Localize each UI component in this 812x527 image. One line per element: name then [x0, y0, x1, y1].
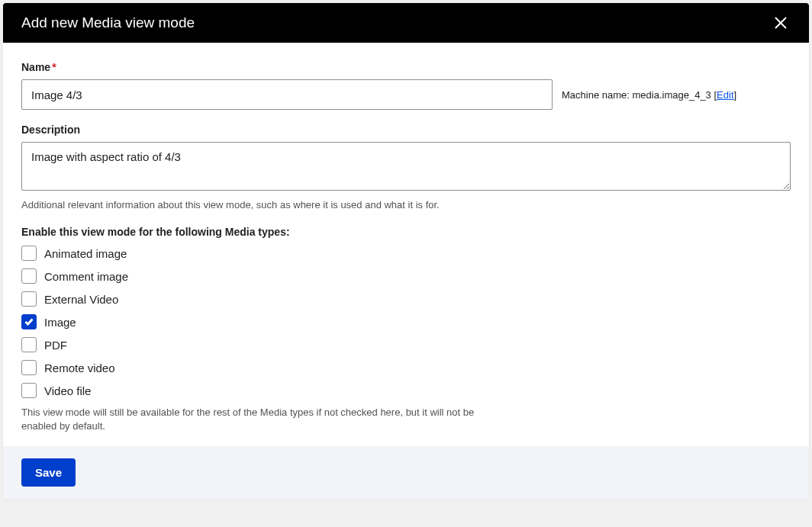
dialog-footer: Save [3, 446, 809, 499]
close-icon [774, 16, 788, 30]
checkbox-item[interactable]: External Video [21, 291, 791, 307]
close-button[interactable] [771, 13, 791, 33]
machine-name-label: Machine name: [562, 89, 633, 101]
checkbox-item[interactable]: Comment image [21, 268, 791, 284]
media-types-label: Enable this view mode for the following … [21, 226, 791, 238]
checkbox-item[interactable]: Remote video [21, 360, 791, 375]
machine-name-edit-link[interactable]: Edit [717, 89, 733, 101]
name-field-group: Name* Machine name: media.image_4_3 [Edi… [21, 61, 791, 110]
name-label: Name* [21, 61, 791, 73]
machine-bracket-open: [ [711, 89, 717, 101]
checkbox[interactable] [21, 268, 37, 284]
checkbox[interactable] [21, 337, 37, 352]
checkbox-list: Animated imageComment imageExternal Vide… [21, 246, 791, 398]
checkbox-label: PDF [44, 339, 67, 352]
name-label-text: Name [21, 61, 50, 73]
checkbox-label: Video file [44, 384, 91, 397]
checkbox-label: External Video [44, 293, 118, 306]
checkbox[interactable] [21, 291, 37, 307]
checkbox-label: Comment image [44, 270, 128, 283]
checkbox-item[interactable]: Image [21, 314, 791, 329]
check-icon [24, 318, 34, 326]
dialog-header: Add new Media view mode [3, 3, 809, 43]
checkbox[interactable] [21, 246, 37, 261]
name-input[interactable] [21, 79, 553, 110]
checkbox-label: Image [44, 316, 76, 329]
description-helper: Additional relevant information about th… [21, 198, 791, 212]
machine-name: Machine name: media.image_4_3 [Edit] [562, 89, 736, 101]
checkbox[interactable] [21, 360, 37, 375]
description-input[interactable] [21, 142, 791, 191]
dialog-title: Add new Media view mode [21, 14, 195, 31]
checkbox[interactable] [21, 383, 37, 398]
checkbox-item[interactable]: Animated image [21, 246, 791, 261]
checkbox-item[interactable]: Video file [21, 383, 791, 398]
media-types-fieldset: Enable this view mode for the following … [21, 226, 791, 433]
name-row: Machine name: media.image_4_3 [Edit] [21, 79, 791, 110]
dialog: Add new Media view mode Name* Machine na… [3, 3, 809, 499]
checkbox-label: Animated image [44, 247, 127, 260]
checkbox-label: Remote video [44, 362, 115, 374]
machine-name-value: media.image_4_3 [633, 89, 711, 101]
media-types-helper: This view mode will still be available f… [21, 406, 498, 433]
description-label: Description [21, 124, 791, 136]
description-field-group: Description Additional relevant informat… [21, 124, 791, 212]
checkbox[interactable] [21, 314, 37, 329]
checkbox-item[interactable]: PDF [21, 337, 791, 352]
machine-bracket-close: ] [734, 89, 737, 101]
save-button[interactable]: Save [21, 458, 76, 487]
dialog-body: Name* Machine name: media.image_4_3 [Edi… [3, 43, 809, 446]
required-mark: * [52, 61, 56, 73]
